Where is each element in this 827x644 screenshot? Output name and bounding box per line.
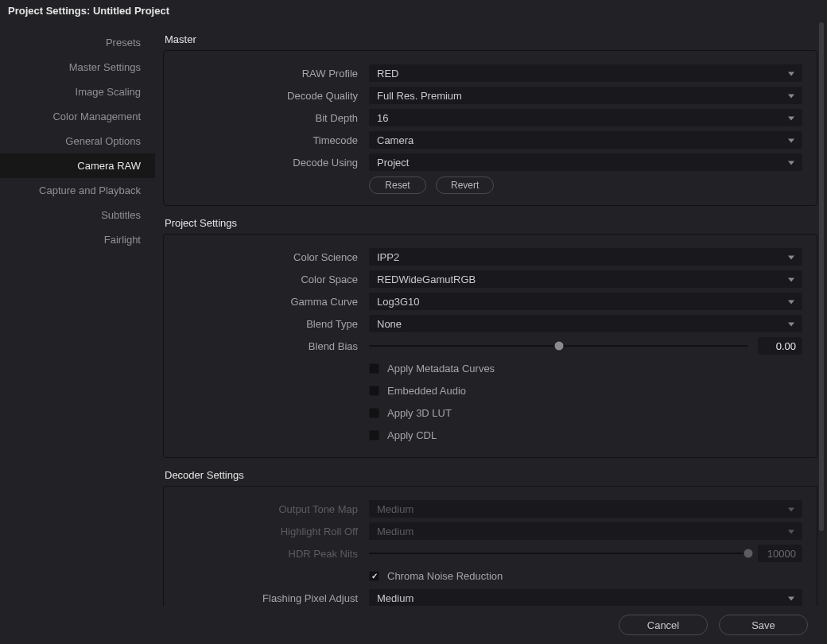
dropdown-decode-using[interactable]: Project [369, 153, 802, 171]
label-color-science: Color Science [178, 251, 369, 263]
slider-blend-bias[interactable] [369, 345, 748, 347]
sidebar: Presets Master Settings Image Scaling Co… [0, 21, 155, 606]
section-master: RAW Profile RED Decode Quality Full Res.… [163, 50, 817, 206]
value-blend-bias[interactable]: 0.00 [758, 337, 802, 355]
sidebar-item-capture-playback[interactable]: Capture and Playback [0, 178, 155, 203]
label-blend-bias: Blend Bias [178, 340, 369, 352]
section-decoder: Output Tone Map Medium Highlight Roll Of… [163, 486, 817, 606]
section-title-project: Project Settings [165, 217, 817, 229]
label-color-space: Color Space [178, 274, 369, 285]
section-project: Color Science IPP2 Color Space REDWideGa… [163, 234, 817, 458]
label-output-tone-map: Output Tone Map [178, 503, 369, 515]
label-gamma-curve: Gamma Curve [178, 296, 369, 308]
dropdown-flashing-pixel[interactable]: Medium [369, 589, 802, 606]
revert-button[interactable]: Revert [436, 177, 494, 194]
checkbox-apply-cdl[interactable] [369, 430, 379, 440]
dropdown-timecode[interactable]: Camera [369, 131, 802, 149]
dropdown-color-space[interactable]: REDWideGamutRGB [369, 270, 802, 288]
scrollbar-thumb[interactable] [819, 22, 824, 531]
label-metadata-curves: Apply Metadata Curves [387, 363, 495, 374]
main-panel: Master RAW Profile RED Decode Quality Fu… [155, 21, 827, 606]
checkbox-chroma-nr[interactable] [369, 571, 379, 581]
checkbox-apply-3d-lut[interactable] [369, 408, 379, 418]
sidebar-item-presets[interactable]: Presets [0, 30, 155, 55]
sidebar-item-image-scaling[interactable]: Image Scaling [0, 80, 155, 104]
sidebar-item-color-management[interactable]: Color Management [0, 104, 155, 129]
sidebar-item-camera-raw[interactable]: Camera RAW [0, 153, 155, 178]
scrollbar[interactable] [819, 22, 824, 599]
label-decode-using: Decode Using [178, 157, 369, 169]
dropdown-color-science[interactable]: IPP2 [369, 248, 802, 266]
label-raw-profile: RAW Profile [178, 68, 369, 80]
save-button[interactable]: Save [719, 615, 808, 635]
dropdown-gamma-curve[interactable]: Log3G10 [369, 293, 802, 310]
dropdown-highlight-roll-off: Medium [369, 522, 802, 540]
footer: Cancel Save [0, 606, 827, 644]
checkbox-embedded-audio[interactable] [369, 386, 379, 396]
dropdown-raw-profile[interactable]: RED [369, 64, 802, 82]
slider-thumb-blend-bias[interactable] [554, 342, 563, 351]
dropdown-output-tone-map: Medium [369, 500, 802, 518]
reset-button[interactable]: Reset [369, 177, 426, 194]
label-embedded-audio: Embedded Audio [387, 385, 466, 397]
value-hdr-peak-nits: 10000 [758, 545, 802, 562]
label-apply-3d-lut: Apply 3D LUT [387, 407, 452, 419]
dropdown-blend-type[interactable]: None [369, 315, 802, 332]
dropdown-decode-quality[interactable]: Full Res. Premium [369, 87, 802, 104]
label-decode-quality: Decode Quality [178, 90, 369, 102]
window-title: Project Settings: Untitled Project [0, 0, 827, 21]
sidebar-item-master-settings[interactable]: Master Settings [0, 55, 155, 80]
label-apply-cdl: Apply CDL [387, 429, 437, 441]
label-chroma-nr: Chroma Noise Reduction [387, 570, 503, 582]
label-blend-type: Blend Type [178, 318, 369, 330]
sidebar-item-subtitles[interactable]: Subtitles [0, 203, 155, 227]
label-timecode: Timecode [178, 134, 369, 146]
slider-thumb-hdr-peak-nits [744, 549, 753, 558]
dropdown-bit-depth[interactable]: 16 [369, 109, 802, 126]
checkbox-metadata-curves[interactable] [369, 363, 379, 374]
label-bit-depth: Bit Depth [178, 112, 369, 124]
label-flashing-pixel: Flashing Pixel Adjust [178, 592, 369, 604]
label-highlight-roll-off: Highlight Roll Off [178, 526, 369, 537]
label-hdr-peak-nits: HDR Peak Nits [178, 548, 369, 560]
slider-hdr-peak-nits [369, 553, 748, 554]
sidebar-item-fairlight[interactable]: Fairlight [0, 227, 155, 252]
cancel-button[interactable]: Cancel [619, 615, 708, 635]
section-title-master: Master [165, 33, 817, 45]
section-title-decoder: Decoder Settings [165, 469, 817, 481]
sidebar-item-general-options[interactable]: General Options [0, 129, 155, 153]
